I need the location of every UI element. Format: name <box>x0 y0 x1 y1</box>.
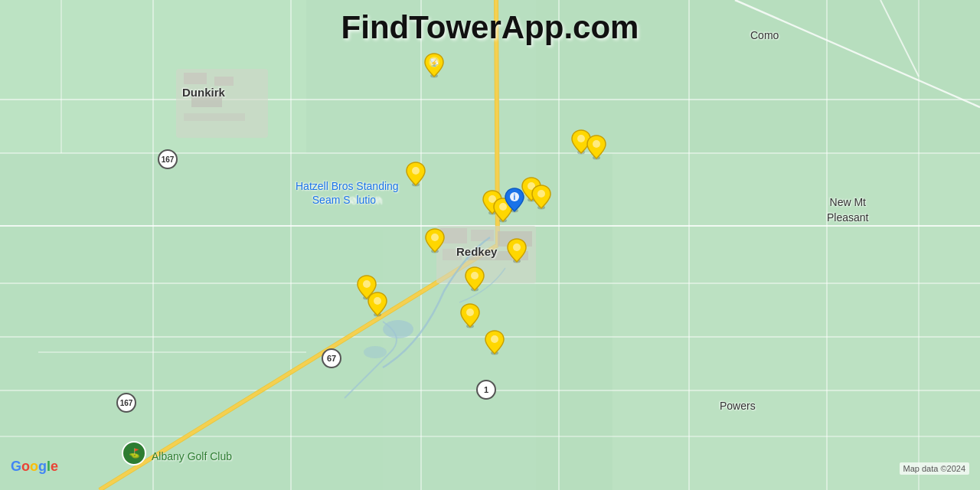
tower-pin-9[interactable] <box>424 227 446 253</box>
tower-pin-6[interactable] <box>531 184 552 210</box>
svg-point-60 <box>431 234 439 241</box>
golf-club-label: Albany Golf Club <box>152 450 232 462</box>
tower-pin-13[interactable] <box>367 291 388 317</box>
svg-rect-29 <box>214 77 234 86</box>
tower-pin-4[interactable] <box>586 134 607 160</box>
svg-text:⛳: ⛳ <box>129 447 140 459</box>
svg-point-62 <box>513 243 521 251</box>
svg-text:⚡: ⚡ <box>430 59 438 67</box>
svg-point-70 <box>466 309 474 316</box>
highway-badge-167-top: 167 <box>158 149 178 169</box>
golf-club-marker[interactable]: ⛳ <box>122 441 146 466</box>
svg-rect-31 <box>184 113 245 121</box>
svg-point-68 <box>374 297 381 305</box>
svg-point-38 <box>383 320 413 338</box>
tower-pin-11[interactable] <box>464 266 485 292</box>
svg-point-48 <box>577 135 585 142</box>
svg-point-46 <box>412 167 420 175</box>
tower-pin-1[interactable]: 📡 ⚡ <box>423 52 445 78</box>
page-title: FindTowerApp.com <box>341 9 639 46</box>
svg-point-72 <box>491 335 498 343</box>
tower-pin-14[interactable] <box>459 302 481 328</box>
svg-point-66 <box>363 280 371 288</box>
svg-rect-34 <box>471 230 494 241</box>
highway-badge-167-bottom: 167 <box>116 393 136 413</box>
google-logo: Google <box>11 459 58 475</box>
map-attribution: Map data ©2024 <box>900 462 970 475</box>
svg-point-64 <box>471 272 479 279</box>
tower-pin-15[interactable] <box>484 329 505 355</box>
business-label: Hatzell Bros StandingSeam Solution <box>296 179 399 207</box>
svg-point-54 <box>537 190 545 198</box>
svg-point-50 <box>593 140 600 148</box>
map-background <box>0 0 980 490</box>
svg-rect-30 <box>191 92 222 107</box>
svg-rect-28 <box>184 73 207 84</box>
business-pin[interactable]: i <box>504 187 525 216</box>
svg-rect-4 <box>612 153 980 490</box>
map-container: FindTowerApp.com Dunkirk Como Redkey New… <box>0 0 980 490</box>
highway-badge-1: 1 <box>476 380 496 400</box>
svg-point-39 <box>364 346 387 358</box>
tower-pin-10[interactable] <box>506 237 528 263</box>
tower-pin-2[interactable] <box>405 161 426 187</box>
svg-text:i: i <box>514 193 516 201</box>
highway-badge-67: 67 <box>322 348 341 368</box>
